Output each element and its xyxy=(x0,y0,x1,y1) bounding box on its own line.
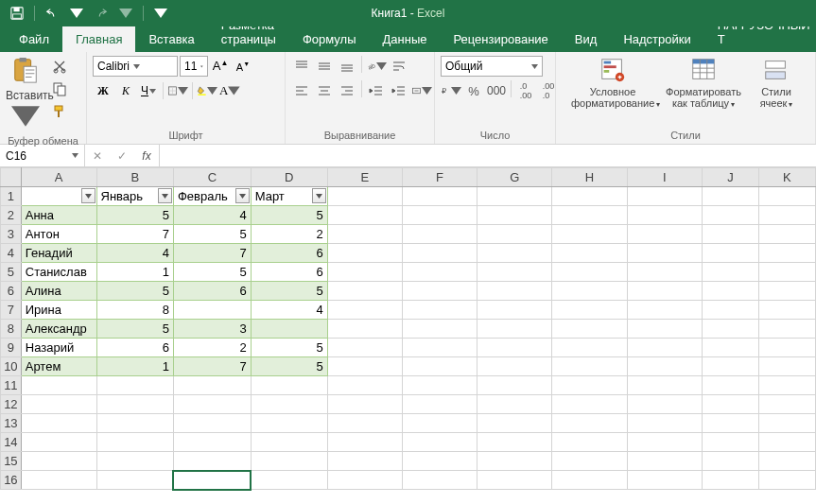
cell-H14[interactable] xyxy=(552,433,627,452)
cell-A14[interactable] xyxy=(21,433,96,452)
row-header-6[interactable]: 6 xyxy=(1,282,22,301)
increase-font-icon[interactable]: A▲ xyxy=(210,56,231,77)
cell-B12[interactable] xyxy=(96,395,173,414)
cell-K12[interactable] xyxy=(758,395,815,414)
cell-E1[interactable] xyxy=(327,187,402,206)
cell-K10[interactable] xyxy=(758,357,815,376)
col-header-H[interactable]: H xyxy=(552,168,627,187)
cell-C16[interactable] xyxy=(173,471,251,490)
cell-G3[interactable] xyxy=(477,225,552,244)
cell-E15[interactable] xyxy=(327,452,402,471)
filter-button-C[interactable] xyxy=(235,188,250,203)
cell-I8[interactable] xyxy=(627,320,702,339)
tab-надстройки[interactable]: Надстройки xyxy=(610,26,703,52)
align-top-icon[interactable] xyxy=(291,56,312,77)
insert-function-icon[interactable]: fx xyxy=(134,149,159,163)
cell-K14[interactable] xyxy=(758,433,815,452)
cell-F16[interactable] xyxy=(402,471,477,490)
cell-B2[interactable]: 5 xyxy=(96,206,173,225)
cell-J11[interactable] xyxy=(702,376,758,395)
tab-вид[interactable]: Вид xyxy=(562,26,611,52)
cell-H3[interactable] xyxy=(552,225,627,244)
increase-indent-icon[interactable] xyxy=(389,80,409,101)
row-header-9[interactable]: 9 xyxy=(1,339,22,357)
row-header-13[interactable]: 13 xyxy=(1,414,22,433)
cell-E12[interactable] xyxy=(327,395,402,414)
cell-H4[interactable] xyxy=(552,244,627,263)
cell-A10[interactable]: Артем xyxy=(21,357,96,376)
row-header-16[interactable]: 16 xyxy=(1,471,22,490)
cell-A16[interactable] xyxy=(21,471,96,490)
cell-I11[interactable] xyxy=(627,376,702,395)
cell-F9[interactable] xyxy=(402,339,477,357)
cell-C1[interactable]: Февраль xyxy=(173,187,251,206)
cell-A4[interactable]: Генадий xyxy=(21,244,96,263)
row-header-7[interactable]: 7 xyxy=(1,301,22,320)
cell-J14[interactable] xyxy=(702,433,758,452)
format-as-table-button[interactable]: Форматировать как таблицу▾ xyxy=(662,56,745,109)
cell-I3[interactable] xyxy=(627,225,702,244)
cell-D11[interactable] xyxy=(251,376,327,395)
cell-B14[interactable] xyxy=(96,433,173,452)
merge-center-icon[interactable] xyxy=(411,80,432,101)
col-header-I[interactable]: I xyxy=(627,168,702,187)
row-header-4[interactable]: 4 xyxy=(1,244,22,263)
format-painter-icon[interactable] xyxy=(49,101,70,122)
cell-K4[interactable] xyxy=(758,244,815,263)
align-left-icon[interactable] xyxy=(291,80,312,101)
row-header-15[interactable]: 15 xyxy=(1,452,22,471)
cell-J1[interactable] xyxy=(702,187,758,206)
cell-F8[interactable] xyxy=(402,320,477,339)
cell-G2[interactable] xyxy=(477,206,552,225)
copy-icon[interactable] xyxy=(49,78,70,99)
cell-B4[interactable]: 4 xyxy=(96,244,173,263)
cell-B11[interactable] xyxy=(96,376,173,395)
undo-icon[interactable] xyxy=(43,4,61,23)
cell-C11[interactable] xyxy=(173,376,251,395)
percent-icon[interactable]: % xyxy=(463,80,484,101)
cell-G4[interactable] xyxy=(477,244,552,263)
cell-G8[interactable] xyxy=(477,320,552,339)
cell-E7[interactable] xyxy=(327,301,402,320)
cell-E16[interactable] xyxy=(327,471,402,490)
cell-A5[interactable]: Станислав xyxy=(21,263,96,282)
cell-E14[interactable] xyxy=(327,433,402,452)
cell-A2[interactable]: Анна xyxy=(21,206,96,225)
font-size-combo[interactable]: 11 xyxy=(180,56,208,77)
cell-I10[interactable] xyxy=(627,357,702,376)
row-header-10[interactable]: 10 xyxy=(1,357,22,376)
cell-E10[interactable] xyxy=(327,357,402,376)
tab-вставка[interactable]: Вставка xyxy=(135,26,207,52)
comma-style-icon[interactable]: 000 xyxy=(486,80,507,101)
cell-H7[interactable] xyxy=(552,301,627,320)
row-header-1[interactable]: 1 xyxy=(1,187,22,206)
orientation-icon[interactable]: ab xyxy=(366,56,387,77)
cell-J12[interactable] xyxy=(702,395,758,414)
border-icon[interactable] xyxy=(167,80,188,101)
cell-H16[interactable] xyxy=(552,471,627,490)
cell-D3[interactable]: 2 xyxy=(251,225,327,244)
cell-A13[interactable] xyxy=(21,414,96,433)
row-header-12[interactable]: 12 xyxy=(1,395,22,414)
cell-K16[interactable] xyxy=(758,471,815,490)
cell-D1[interactable]: Март xyxy=(251,187,327,206)
cell-B1[interactable]: Январь xyxy=(96,187,173,206)
cell-F3[interactable] xyxy=(402,225,477,244)
cell-D8[interactable] xyxy=(251,320,327,339)
cell-G9[interactable] xyxy=(477,339,552,357)
cell-B8[interactable]: 5 xyxy=(96,320,173,339)
cell-C6[interactable]: 6 xyxy=(173,282,251,301)
cell-G14[interactable] xyxy=(477,433,552,452)
cell-A15[interactable] xyxy=(21,452,96,471)
cell-E13[interactable] xyxy=(327,414,402,433)
col-header-K[interactable]: K xyxy=(758,168,815,187)
cell-G11[interactable] xyxy=(477,376,552,395)
cell-J3[interactable] xyxy=(702,225,758,244)
cell-A8[interactable]: Александр xyxy=(21,320,96,339)
col-header-B[interactable]: B xyxy=(96,168,173,187)
spreadsheet-grid[interactable]: ABCDEFGHIJK1ЯнварьФевральМарт2Анна5453Ан… xyxy=(0,167,816,504)
cell-B6[interactable]: 5 xyxy=(96,282,173,301)
cell-D10[interactable]: 5 xyxy=(251,357,327,376)
formula-cancel-icon[interactable]: ✕ xyxy=(85,149,110,163)
cell-B13[interactable] xyxy=(96,414,173,433)
